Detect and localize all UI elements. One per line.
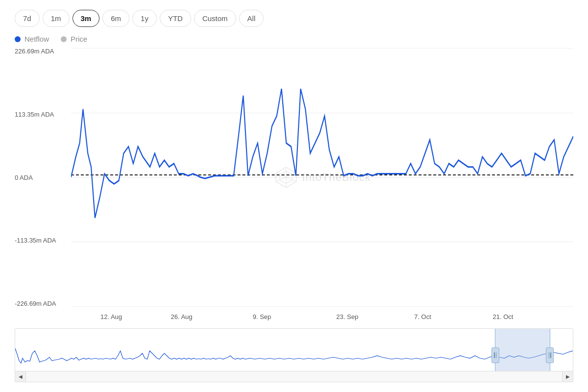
btn-6m[interactable]: 6m bbox=[102, 10, 129, 27]
handle-line-2 bbox=[496, 352, 497, 358]
btn-ytd[interactable]: YTD bbox=[160, 10, 191, 27]
price-dot bbox=[61, 36, 67, 42]
nav-handle-left[interactable] bbox=[491, 347, 499, 363]
x-label-0: 12. Aug bbox=[100, 313, 122, 320]
x-label-5: 21. Oct bbox=[493, 313, 514, 320]
scroll-right-btn[interactable]: ▶ bbox=[562, 371, 573, 382]
netflow-line bbox=[71, 89, 573, 218]
x-axis: 12. Aug 26. Aug 9. Sep 23. Sep 7. Oct 21… bbox=[71, 307, 573, 326]
btn-custom[interactable]: Custom bbox=[194, 10, 236, 27]
x-label-4: 7. Oct bbox=[414, 313, 431, 320]
y-label-top: 226.69m ADA bbox=[15, 48, 71, 54]
x-label-1: 26. Aug bbox=[171, 313, 192, 320]
price-label: Price bbox=[71, 35, 87, 43]
handle-line-4 bbox=[550, 352, 551, 358]
netflow-label: Netflow bbox=[24, 35, 49, 43]
x-label-3: 23. Sep bbox=[336, 313, 358, 320]
scroll-left-btn[interactable]: ◀ bbox=[15, 371, 26, 382]
btn-1m[interactable]: 1m bbox=[43, 10, 70, 27]
chart-legend: Netflow Price bbox=[15, 35, 573, 43]
main-chart: 226.69m ADA 113.35m ADA 0 ADA -113.35m A… bbox=[15, 48, 573, 326]
btn-3m[interactable]: 3m bbox=[73, 10, 100, 27]
y-axis: 226.69m ADA 113.35m ADA 0 ADA -113.35m A… bbox=[15, 48, 71, 307]
scroll-controls: ◀ ▶ bbox=[15, 371, 573, 382]
x-label-2: 9. Sep bbox=[253, 313, 271, 320]
btn-1y[interactable]: 1y bbox=[132, 10, 157, 27]
mini-netflow-line bbox=[15, 348, 573, 363]
legend-netflow[interactable]: Netflow bbox=[15, 35, 49, 43]
chart-svg-area[interactable]: IntoTheBlock bbox=[71, 48, 573, 307]
handle-line-3 bbox=[549, 352, 550, 358]
mini-chart[interactable]: 2018 2020 2022 2024 ◀ ▶ bbox=[15, 328, 573, 382]
handle-line-1 bbox=[494, 352, 495, 358]
y-label-lower: -113.35m ADA bbox=[15, 237, 71, 244]
legend-price[interactable]: Price bbox=[61, 35, 87, 43]
y-label-bottom: -226.69m ADA bbox=[15, 300, 71, 307]
y-label-upper: 113.35m ADA bbox=[15, 111, 71, 118]
nav-handle-right[interactable] bbox=[546, 347, 554, 363]
btn-7d[interactable]: 7d bbox=[15, 10, 40, 27]
time-range-selector: 7d 1m 3m 6m 1y YTD Custom All bbox=[15, 10, 573, 27]
scroll-track[interactable] bbox=[26, 371, 562, 382]
netflow-dot bbox=[15, 36, 21, 42]
chart-wrapper: 226.69m ADA 113.35m ADA 0 ADA -113.35m A… bbox=[15, 48, 573, 382]
y-label-zero: 0 ADA bbox=[15, 174, 71, 181]
btn-all[interactable]: All bbox=[239, 10, 264, 27]
